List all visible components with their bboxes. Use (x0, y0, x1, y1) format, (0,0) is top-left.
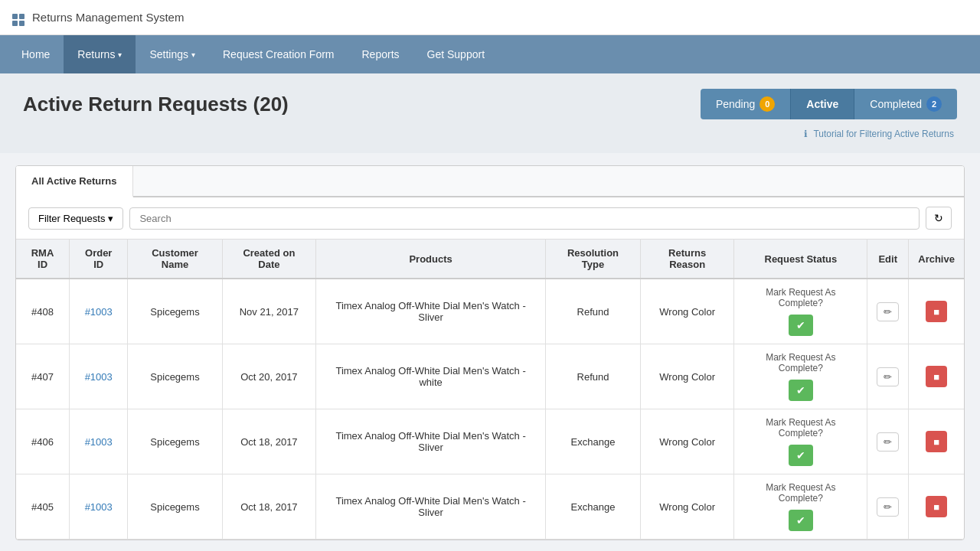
mark-complete-button[interactable]: ✔ (789, 380, 813, 401)
refresh-button[interactable]: ↻ (926, 207, 952, 230)
cell-archive[interactable]: ■ (909, 279, 964, 344)
cell-order-id[interactable]: #1003 (70, 344, 128, 409)
edit-button[interactable]: ✏ (877, 367, 899, 386)
cell-edit[interactable]: ✏ (867, 474, 909, 540)
top-bar: Returns Management System (0, 0, 980, 35)
cell-order-id[interactable]: #1003 (70, 474, 128, 540)
tab-all-active-returns[interactable]: All Active Returns (16, 166, 133, 197)
data-table: RMA ID Order ID Customer Name Created on… (16, 240, 964, 540)
table-row: #406 #1003 Spicegems Oct 18, 2017 Timex … (16, 409, 964, 474)
order-link[interactable]: #1003 (85, 306, 113, 318)
col-edit: Edit (867, 240, 909, 279)
filter-requests-button[interactable]: Filter Requests ▾ (28, 207, 123, 230)
cell-returns-reason: Wrong Color (640, 409, 734, 474)
cell-created-date: Oct 18, 2017 (222, 409, 316, 474)
archive-button[interactable]: ■ (926, 496, 947, 517)
archive-button[interactable]: ■ (926, 301, 947, 322)
content-area: All Active Returns Filter Requests ▾ ↻ R… (0, 153, 980, 551)
order-link[interactable]: #1003 (85, 501, 113, 513)
cell-request-status: Mark Request As Complete? ✔ (734, 344, 867, 409)
status-buttons: Pending 0 Active Completed 2 (701, 89, 957, 119)
search-input[interactable] (129, 207, 920, 230)
pending-button[interactable]: Pending 0 (701, 89, 790, 119)
cell-resolution-type: Exchange (546, 474, 641, 540)
cell-resolution-type: Refund (546, 279, 641, 344)
cell-customer-name: Spicegems (128, 474, 222, 540)
cell-products: Timex Analog Off-White Dial Men's Watch … (316, 279, 546, 344)
table-row: #408 #1003 Spicegems Nov 21, 2017 Timex … (16, 279, 964, 344)
cell-rma-id: #408 (16, 279, 70, 344)
nav-item-get-support[interactable]: Get Support (413, 35, 499, 73)
table-body: #408 #1003 Spicegems Nov 21, 2017 Timex … (16, 279, 964, 540)
cell-request-status: Mark Request As Complete? ✔ (734, 409, 867, 474)
cell-customer-name: Spicegems (128, 344, 222, 409)
nav-item-settings[interactable]: Settings ▾ (136, 35, 209, 73)
app-icon (12, 9, 24, 26)
request-status-text: Mark Request As Complete? (743, 482, 858, 504)
edit-button[interactable]: ✏ (877, 432, 899, 452)
order-link[interactable]: #1003 (85, 436, 113, 448)
cell-products: Timex Analog Off-White Dial Men's Watch … (316, 344, 546, 409)
tab-header: All Active Returns (16, 166, 964, 197)
cell-edit[interactable]: ✏ (867, 344, 909, 409)
cell-order-id[interactable]: #1003 (70, 409, 128, 474)
mark-complete-button[interactable]: ✔ (789, 315, 813, 336)
filter-caret-icon: ▾ (108, 213, 113, 224)
page-header: Active Return Requests (20) Pending 0 Ac… (0, 73, 980, 153)
archive-button[interactable]: ■ (926, 431, 947, 452)
app-title: Returns Management System (32, 11, 184, 24)
cell-products: Timex Analog Off-White Dial Men's Watch … (316, 409, 546, 474)
cell-request-status: Mark Request As Complete? ✔ (734, 279, 867, 344)
table-row: #405 #1003 Spicegems Oct 18, 2017 Timex … (16, 474, 964, 540)
edit-button[interactable]: ✏ (877, 302, 899, 321)
cell-archive[interactable]: ■ (909, 474, 964, 540)
tutorial-link[interactable]: ℹ Tutorial for Filtering Active Returns (23, 126, 957, 145)
col-archive: Archive (909, 240, 964, 279)
col-rma-id: RMA ID (16, 240, 70, 279)
cell-archive[interactable]: ■ (909, 409, 964, 474)
nav-item-request-creation[interactable]: Request Creation Form (209, 35, 348, 73)
nav-bar: Home Returns ▾ Settings ▾ Request Creati… (0, 35, 980, 73)
completed-button[interactable]: Completed 2 (854, 89, 957, 119)
cell-returns-reason: Wrong Color (640, 279, 734, 344)
request-status-text: Mark Request As Complete? (743, 287, 858, 308)
cell-returns-reason: Wrong Color (640, 474, 734, 540)
edit-button[interactable]: ✏ (877, 497, 899, 517)
cell-created-date: Oct 18, 2017 (222, 474, 316, 540)
cell-created-date: Oct 20, 2017 (222, 344, 316, 409)
cell-rma-id: #407 (16, 344, 70, 409)
nav-item-reports[interactable]: Reports (348, 35, 413, 73)
cell-customer-name: Spicegems (128, 279, 222, 344)
archive-button[interactable]: ■ (926, 366, 947, 387)
page-title: Active Return Requests (20) (23, 93, 289, 116)
cell-rma-id: #405 (16, 474, 70, 540)
mark-complete-button[interactable]: ✔ (789, 510, 813, 531)
cell-returns-reason: Wrong Color (640, 344, 734, 409)
order-link[interactable]: #1003 (85, 371, 113, 383)
col-request-status: Request Status (734, 240, 867, 279)
request-status-text: Mark Request As Complete? (743, 352, 858, 373)
settings-caret: ▾ (191, 51, 195, 59)
nav-item-returns[interactable]: Returns ▾ (64, 35, 136, 73)
cell-resolution-type: Refund (546, 344, 641, 409)
returns-caret: ▾ (118, 51, 122, 59)
cell-order-id[interactable]: #1003 (70, 279, 128, 344)
col-created-on-date: Created on Date (222, 240, 316, 279)
cell-created-date: Nov 21, 2017 (222, 279, 316, 344)
col-order-id: Order ID (70, 240, 128, 279)
cell-edit[interactable]: ✏ (867, 409, 909, 474)
cell-request-status: Mark Request As Complete? ✔ (734, 474, 867, 540)
tab-panel: All Active Returns Filter Requests ▾ ↻ R… (15, 165, 965, 540)
table-header: RMA ID Order ID Customer Name Created on… (16, 240, 964, 279)
cell-resolution-type: Exchange (546, 409, 641, 474)
info-icon: ℹ (804, 129, 808, 139)
col-customer-name: Customer Name (128, 240, 222, 279)
cell-archive[interactable]: ■ (909, 344, 964, 409)
nav-item-home[interactable]: Home (8, 35, 64, 73)
filter-row: Filter Requests ▾ ↻ (16, 197, 964, 240)
active-button[interactable]: Active (790, 89, 854, 119)
completed-badge: 2 (926, 96, 942, 112)
cell-edit[interactable]: ✏ (867, 279, 909, 344)
mark-complete-button[interactable]: ✔ (789, 445, 813, 466)
request-status-text: Mark Request As Complete? (743, 417, 858, 439)
